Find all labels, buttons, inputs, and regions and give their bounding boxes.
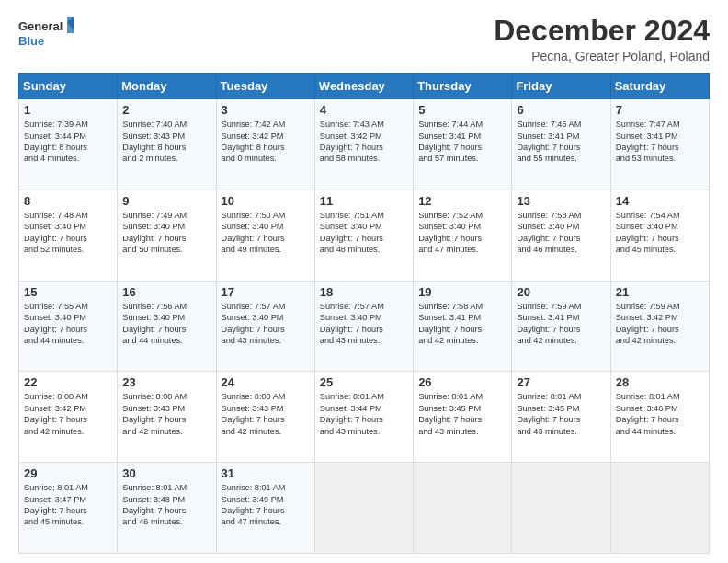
logo: General Blue xyxy=(18,15,74,52)
day-number: 16 xyxy=(122,285,210,299)
cell-content: Sunrise: 7:55 AMSunset: 3:40 PMDaylight:… xyxy=(24,301,112,347)
calendar-day-header: Sunday xyxy=(19,74,118,99)
calendar-cell: 22Sunrise: 8:00 AMSunset: 3:42 PMDayligh… xyxy=(19,372,118,463)
calendar-cell: 4Sunrise: 7:43 AMSunset: 3:42 PMDaylight… xyxy=(314,99,413,190)
day-number: 12 xyxy=(418,194,506,208)
day-number: 18 xyxy=(320,285,408,299)
calendar-week-row: 8Sunrise: 7:48 AMSunset: 3:40 PMDaylight… xyxy=(19,190,710,281)
cell-content: Sunrise: 7:59 AMSunset: 3:42 PMDaylight:… xyxy=(616,301,704,347)
day-number: 26 xyxy=(418,375,506,389)
title-block: December 2024 Pecna, Greater Poland, Pol… xyxy=(494,15,710,63)
cell-content: Sunrise: 7:50 AMSunset: 3:40 PMDaylight:… xyxy=(222,210,310,256)
day-number: 27 xyxy=(517,375,605,389)
cell-content: Sunrise: 7:43 AMSunset: 3:42 PMDaylight:… xyxy=(320,119,408,165)
day-number: 20 xyxy=(517,285,605,299)
calendar-header-row: SundayMondayTuesdayWednesdayThursdayFrid… xyxy=(19,74,710,99)
calendar-table: SundayMondayTuesdayWednesdayThursdayFrid… xyxy=(18,73,710,554)
cell-content: Sunrise: 7:59 AMSunset: 3:41 PMDaylight:… xyxy=(517,301,605,347)
page: General Blue December 2024 Pecna, Greate… xyxy=(0,0,728,563)
calendar-body: 1Sunrise: 7:39 AMSunset: 3:44 PMDaylight… xyxy=(19,99,710,554)
calendar-day-header: Saturday xyxy=(610,74,709,99)
day-number: 15 xyxy=(24,285,112,299)
cell-content: Sunrise: 8:00 AMSunset: 3:43 PMDaylight:… xyxy=(222,391,310,437)
calendar-cell: 28Sunrise: 8:01 AMSunset: 3:46 PMDayligh… xyxy=(610,372,709,463)
calendar-week-row: 22Sunrise: 8:00 AMSunset: 3:42 PMDayligh… xyxy=(19,372,710,463)
calendar-week-row: 1Sunrise: 7:39 AMSunset: 3:44 PMDaylight… xyxy=(19,99,710,190)
cell-content: Sunrise: 8:01 AMSunset: 3:44 PMDaylight:… xyxy=(320,391,408,437)
cell-content: Sunrise: 7:42 AMSunset: 3:42 PMDaylight:… xyxy=(222,119,310,165)
calendar-cell xyxy=(314,463,413,554)
cell-content: Sunrise: 7:49 AMSunset: 3:40 PMDaylight:… xyxy=(122,210,210,256)
calendar-cell: 1Sunrise: 7:39 AMSunset: 3:44 PMDaylight… xyxy=(19,99,118,190)
calendar-day-header: Tuesday xyxy=(216,74,314,99)
calendar-cell: 12Sunrise: 7:52 AMSunset: 3:40 PMDayligh… xyxy=(414,190,512,281)
cell-content: Sunrise: 8:01 AMSunset: 3:45 PMDaylight:… xyxy=(517,391,605,437)
cell-content: Sunrise: 7:57 AMSunset: 3:40 PMDaylight:… xyxy=(320,301,408,347)
cell-content: Sunrise: 7:39 AMSunset: 3:44 PMDaylight:… xyxy=(24,119,112,165)
cell-content: Sunrise: 7:48 AMSunset: 3:40 PMDaylight:… xyxy=(24,210,112,256)
day-number: 8 xyxy=(24,194,112,208)
cell-content: Sunrise: 7:40 AMSunset: 3:43 PMDaylight:… xyxy=(122,119,210,165)
calendar-cell xyxy=(610,463,709,554)
calendar-cell: 8Sunrise: 7:48 AMSunset: 3:40 PMDaylight… xyxy=(19,190,118,281)
calendar-cell: 6Sunrise: 7:46 AMSunset: 3:41 PMDaylight… xyxy=(512,99,610,190)
calendar-cell: 31Sunrise: 8:01 AMSunset: 3:49 PMDayligh… xyxy=(216,463,314,554)
day-number: 28 xyxy=(616,375,704,389)
main-title: December 2024 xyxy=(494,15,710,47)
cell-content: Sunrise: 8:01 AMSunset: 3:48 PMDaylight:… xyxy=(122,482,210,528)
calendar-day-header: Monday xyxy=(118,74,216,99)
day-number: 19 xyxy=(418,285,506,299)
calendar-cell: 21Sunrise: 7:59 AMSunset: 3:42 PMDayligh… xyxy=(610,281,709,372)
calendar-day-header: Wednesday xyxy=(314,74,413,99)
day-number: 4 xyxy=(320,103,408,117)
calendar-cell: 17Sunrise: 7:57 AMSunset: 3:40 PMDayligh… xyxy=(216,281,314,372)
cell-content: Sunrise: 8:01 AMSunset: 3:47 PMDaylight:… xyxy=(24,482,112,528)
cell-content: Sunrise: 7:51 AMSunset: 3:40 PMDaylight:… xyxy=(320,210,408,256)
calendar-cell: 20Sunrise: 7:59 AMSunset: 3:41 PMDayligh… xyxy=(512,281,610,372)
day-number: 6 xyxy=(517,103,605,117)
svg-text:Blue: Blue xyxy=(18,34,44,48)
calendar-cell: 16Sunrise: 7:56 AMSunset: 3:40 PMDayligh… xyxy=(118,281,216,372)
calendar-cell: 18Sunrise: 7:57 AMSunset: 3:40 PMDayligh… xyxy=(314,281,413,372)
calendar-cell: 13Sunrise: 7:53 AMSunset: 3:40 PMDayligh… xyxy=(512,190,610,281)
day-number: 29 xyxy=(24,466,112,480)
calendar-cell: 14Sunrise: 7:54 AMSunset: 3:40 PMDayligh… xyxy=(610,190,709,281)
day-number: 11 xyxy=(320,194,408,208)
calendar-day-header: Friday xyxy=(512,74,610,99)
calendar-cell: 3Sunrise: 7:42 AMSunset: 3:42 PMDaylight… xyxy=(216,99,314,190)
cell-content: Sunrise: 8:01 AMSunset: 3:49 PMDaylight:… xyxy=(222,482,310,528)
calendar-cell: 2Sunrise: 7:40 AMSunset: 3:43 PMDaylight… xyxy=(118,99,216,190)
cell-content: Sunrise: 7:56 AMSunset: 3:40 PMDaylight:… xyxy=(122,301,210,347)
day-number: 2 xyxy=(122,103,210,117)
calendar-cell: 10Sunrise: 7:50 AMSunset: 3:40 PMDayligh… xyxy=(216,190,314,281)
header: General Blue December 2024 Pecna, Greate… xyxy=(18,15,710,63)
calendar-cell: 15Sunrise: 7:55 AMSunset: 3:40 PMDayligh… xyxy=(19,281,118,372)
calendar-cell: 11Sunrise: 7:51 AMSunset: 3:40 PMDayligh… xyxy=(314,190,413,281)
day-number: 23 xyxy=(122,375,210,389)
calendar-week-row: 15Sunrise: 7:55 AMSunset: 3:40 PMDayligh… xyxy=(19,281,710,372)
cell-content: Sunrise: 8:00 AMSunset: 3:43 PMDaylight:… xyxy=(122,391,210,437)
cell-content: Sunrise: 7:53 AMSunset: 3:40 PMDaylight:… xyxy=(517,210,605,256)
day-number: 3 xyxy=(222,103,310,117)
calendar-cell: 24Sunrise: 8:00 AMSunset: 3:43 PMDayligh… xyxy=(216,372,314,463)
day-number: 25 xyxy=(320,375,408,389)
day-number: 24 xyxy=(222,375,310,389)
calendar-cell: 23Sunrise: 8:00 AMSunset: 3:43 PMDayligh… xyxy=(118,372,216,463)
calendar-cell: 19Sunrise: 7:58 AMSunset: 3:41 PMDayligh… xyxy=(414,281,512,372)
calendar-cell xyxy=(512,463,610,554)
cell-content: Sunrise: 7:58 AMSunset: 3:41 PMDaylight:… xyxy=(418,301,506,347)
day-number: 14 xyxy=(616,194,704,208)
calendar-cell xyxy=(414,463,512,554)
day-number: 30 xyxy=(122,466,210,480)
day-number: 5 xyxy=(418,103,506,117)
svg-text:General: General xyxy=(18,19,63,33)
cell-content: Sunrise: 8:01 AMSunset: 3:46 PMDaylight:… xyxy=(616,391,704,437)
calendar-cell: 7Sunrise: 7:47 AMSunset: 3:41 PMDaylight… xyxy=(610,99,709,190)
calendar-day-header: Thursday xyxy=(414,74,512,99)
calendar-week-row: 29Sunrise: 8:01 AMSunset: 3:47 PMDayligh… xyxy=(19,463,710,554)
calendar-cell: 27Sunrise: 8:01 AMSunset: 3:45 PMDayligh… xyxy=(512,372,610,463)
cell-content: Sunrise: 8:01 AMSunset: 3:45 PMDaylight:… xyxy=(418,391,506,437)
day-number: 31 xyxy=(222,466,310,480)
day-number: 21 xyxy=(616,285,704,299)
day-number: 10 xyxy=(222,194,310,208)
